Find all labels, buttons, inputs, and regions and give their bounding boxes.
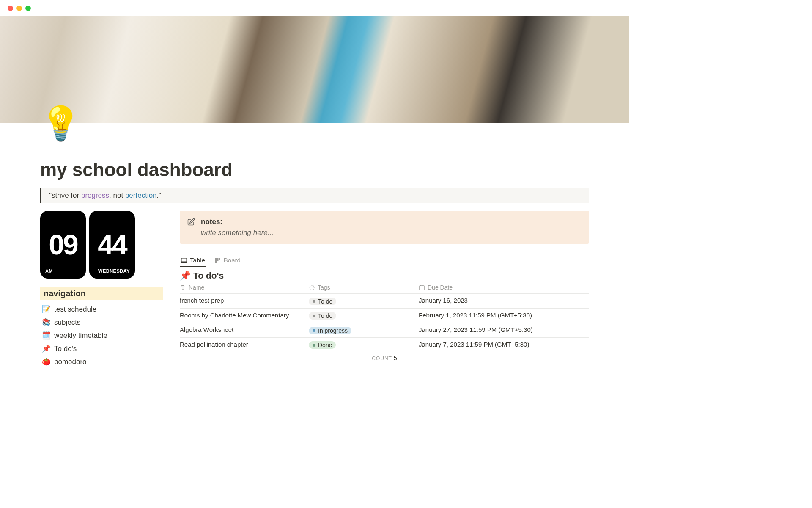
cell-name[interactable]: Rooms by Charlotte Mew Commentary	[180, 312, 309, 320]
svg-point-0	[312, 285, 313, 286]
svg-point-2	[314, 287, 315, 288]
cell-tags[interactable]: To do	[309, 312, 419, 320]
tag-done: Done	[309, 341, 336, 349]
cell-date[interactable]: January 7, 2023 11:59 PM (GMT+5:30)	[419, 341, 589, 349]
cell-tags[interactable]: To do	[309, 297, 419, 305]
quote-text-suffix: ."	[157, 191, 162, 199]
svg-point-5	[310, 289, 311, 290]
column-header-name[interactable]: Name	[180, 284, 309, 291]
nav-item-todos[interactable]: 📌 To do's	[40, 342, 163, 355]
calendar-icon	[419, 284, 425, 291]
cell-date[interactable]: February 1, 2023 11:59 PM (GMT+5:30)	[419, 312, 589, 320]
nav-item-test-schedule[interactable]: 📝 test schedule	[40, 303, 163, 316]
database-table: Name Tags Due Date french test prep To d…	[180, 284, 589, 352]
page-title[interactable]: my school dashboard	[40, 159, 589, 180]
maximize-window-button[interactable]	[25, 6, 31, 11]
tag-todo: To do	[309, 298, 336, 305]
nav-item-label: subjects	[54, 318, 80, 327]
navigation-header: navigation	[40, 287, 163, 300]
tomato-icon: 🍅	[42, 357, 51, 366]
notes-title: notes:	[201, 218, 222, 226]
quote-text-mid: , not	[109, 191, 125, 199]
clock-day: WEDNESDAY	[98, 268, 130, 273]
nav-item-label: test schedule	[54, 305, 96, 314]
pushpin-icon: 📌	[180, 271, 191, 281]
quote-block[interactable]: "strive for progress, not perfection."	[40, 188, 589, 203]
nav-item-label: pomodoro	[54, 358, 87, 366]
svg-point-4	[312, 289, 313, 290]
clock-widget: 09 AM 44 WEDNESDAY	[40, 211, 163, 279]
nav-item-label: weekly timetable	[54, 331, 107, 340]
svg-rect-8	[420, 285, 424, 290]
table-count: COUNT5	[180, 352, 589, 362]
cover-image[interactable]	[0, 16, 629, 123]
cell-tags[interactable]: In progress	[309, 326, 419, 334]
pushpin-icon: 📌	[42, 344, 51, 353]
edit-icon	[187, 218, 195, 226]
tag-todo: To do	[309, 312, 336, 320]
cell-name[interactable]: french test prep	[180, 297, 309, 305]
cell-date[interactable]: January 27, 2023 11:59 PM (GMT+5:30)	[419, 326, 589, 334]
notes-body[interactable]: write something here...	[187, 229, 582, 237]
calendar-icon: 🗓️	[42, 331, 51, 340]
loading-icon	[309, 284, 315, 291]
clock-ampm: AM	[45, 268, 53, 273]
quote-text-prefix: "strive for	[49, 191, 81, 199]
count-label: COUNT	[372, 356, 392, 362]
column-header-tags[interactable]: Tags	[309, 284, 419, 291]
tag-in-progress: In progress	[309, 327, 351, 334]
window-titlebar	[0, 0, 629, 16]
clock-hour-card: 09 AM	[40, 211, 86, 279]
database-title[interactable]: 📌 To do's	[180, 271, 589, 281]
cell-date[interactable]: January 16, 2023	[419, 297, 589, 305]
nav-item-weekly-timetable[interactable]: 🗓️ weekly timetable	[40, 329, 163, 342]
column-tags-label: Tags	[318, 284, 330, 291]
svg-point-1	[313, 285, 314, 286]
cell-name[interactable]: Read pollination chapter	[180, 341, 309, 349]
view-tabs: Table Board	[180, 254, 589, 267]
table-row[interactable]: french test prep To do January 16, 2023	[180, 294, 589, 309]
close-window-button[interactable]	[8, 6, 13, 11]
column-date-label: Due Date	[428, 284, 453, 291]
tab-table-label: Table	[190, 257, 205, 264]
board-icon	[214, 257, 221, 264]
memo-icon: 📝	[42, 305, 51, 314]
svg-point-7	[310, 285, 311, 286]
quote-word-progress: progress	[81, 191, 109, 199]
tab-board[interactable]: Board	[214, 254, 241, 267]
table-icon	[181, 257, 187, 264]
database-title-text: To do's	[193, 271, 224, 281]
table-row[interactable]: Read pollination chapter Done January 7,…	[180, 338, 589, 353]
clock-minute-card: 44 WEDNESDAY	[89, 211, 135, 279]
svg-point-3	[313, 289, 314, 290]
table-row[interactable]: Rooms by Charlotte Mew Commentary To do …	[180, 309, 589, 323]
notes-callout[interactable]: notes: write something here...	[180, 211, 589, 244]
books-icon: 📚	[42, 318, 51, 327]
quote-word-perfection: perfection	[125, 191, 157, 199]
column-header-date[interactable]: Due Date	[419, 284, 589, 291]
svg-point-6	[309, 287, 310, 288]
count-value: 5	[394, 355, 397, 362]
cell-tags[interactable]: Done	[309, 341, 419, 349]
text-icon	[180, 284, 186, 291]
nav-item-subjects[interactable]: 📚 subjects	[40, 316, 163, 329]
table-header-row: Name Tags Due Date	[180, 284, 589, 294]
tab-table[interactable]: Table	[180, 254, 206, 267]
minimize-window-button[interactable]	[16, 6, 22, 11]
nav-item-label: To do's	[54, 345, 77, 353]
tab-board-label: Board	[224, 257, 241, 264]
table-row[interactable]: Algebra Worksheet In progress January 27…	[180, 323, 589, 338]
page-icon[interactable]: 💡	[40, 104, 81, 143]
column-name-label: Name	[189, 284, 204, 291]
nav-item-pomodoro[interactable]: 🍅 pomodoro	[40, 355, 163, 368]
cell-name[interactable]: Algebra Worksheet	[180, 326, 309, 334]
